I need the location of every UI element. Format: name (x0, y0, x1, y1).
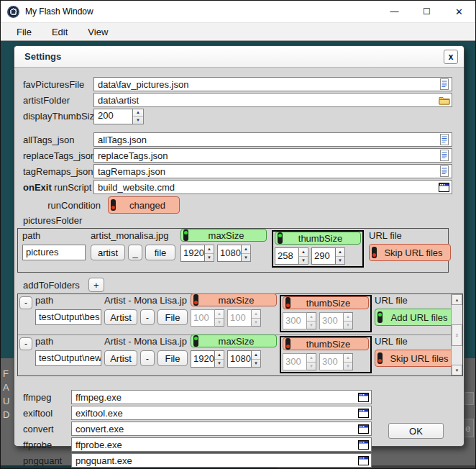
spin-down-icon[interactable]: ▼ (336, 257, 344, 265)
favPicturesFile-input[interactable]: data\fav_pictures.json (93, 77, 452, 91)
artist-button[interactable]: Artist (104, 309, 137, 325)
spin-down-icon[interactable]: ▼ (215, 360, 224, 368)
path-input[interactable]: testOutput\new (35, 350, 101, 366)
spin-up-icon: ▲ (215, 310, 224, 319)
scroll-up-icon[interactable]: ▲ (452, 294, 462, 305)
menu-edit[interactable]: Edit (42, 27, 78, 37)
remove-folder-button[interactable]: - (19, 296, 32, 309)
spin-down-icon[interactable]: ▼ (252, 360, 260, 368)
maxSize-width-spinner[interactable]: 1920 ▲▼ (191, 350, 224, 368)
document-icon[interactable] (438, 165, 450, 177)
indicator-pill (377, 311, 383, 323)
scroll-track[interactable]: ≡ (452, 305, 462, 365)
add-folder-button[interactable]: + (88, 278, 104, 292)
app-icon (7, 6, 19, 18)
document-icon[interactable] (438, 150, 450, 161)
menu-file[interactable]: File (6, 27, 42, 37)
window-icon[interactable] (357, 423, 370, 434)
field-label-exiftool: exiftool (23, 408, 71, 419)
menu-bar: File Edit View (1, 22, 475, 41)
allTags_json-input[interactable]: allTags.json (93, 132, 452, 147)
skip-url-files-button[interactable]: Skip URL files (369, 244, 451, 261)
spin-down-icon[interactable]: ▼ (133, 117, 143, 124)
background-partial-label: A (3, 382, 9, 393)
spin-up-icon[interactable]: ▲ (215, 351, 224, 360)
maximize-icon[interactable]: ☐ (411, 1, 443, 22)
artistFolder-input[interactable]: data\artist (93, 93, 452, 107)
thumbSize-toggle[interactable]: thumbSize (283, 337, 369, 350)
spin-up-icon: ▲ (252, 310, 260, 319)
underscore-button[interactable]: _ (128, 245, 142, 260)
thumbSize-toggle[interactable]: thumbSize (275, 232, 361, 245)
dash-button[interactable]: - (140, 350, 155, 366)
list-scrollbar[interactable]: ▲ ≡ ▼ (451, 294, 462, 375)
pngquant-input[interactable]: pngquant.exe (71, 453, 372, 468)
close-icon[interactable]: ✕ (443, 1, 475, 22)
thumbSize-height-spinner[interactable]: 290 ▲▼ (311, 247, 345, 265)
field-label-pngquant: pngquant (23, 455, 71, 466)
ffprobe-input[interactable]: ffprobe.exe (71, 437, 372, 452)
window-icon[interactable] (438, 181, 450, 193)
artist-button[interactable]: artist (91, 245, 125, 260)
exiftool-input[interactable]: exiftool.exe (71, 406, 372, 420)
spin-down-icon[interactable]: ▼ (299, 257, 308, 265)
dash-button[interactable]: - (140, 309, 155, 325)
ffmpeg-input[interactable]: ffmpeg.exe (71, 390, 372, 404)
window-icon[interactable] (357, 391, 370, 403)
spin-down-icon[interactable]: ▼ (205, 254, 214, 262)
dialog-header[interactable]: Settings x (14, 46, 464, 68)
folder-row: - path testOutput\bes Artist - Mona Lisa… (18, 294, 451, 334)
runCondition-toggle-button[interactable]: changed (108, 196, 180, 214)
ok-button[interactable]: OK (388, 423, 444, 439)
thumbSize-width-spinner[interactable]: 258 ▲▼ (275, 247, 308, 265)
window-icon[interactable] (357, 455, 370, 466)
window-icon[interactable] (357, 439, 370, 450)
spin-up-icon[interactable]: ▲ (242, 245, 250, 254)
convert-input[interactable]: convert.exe (71, 422, 372, 436)
field-label-tagRemaps_json: tagRemaps_json (23, 166, 93, 177)
indicator-pill (111, 199, 116, 211)
file-button[interactable]: File (157, 309, 188, 325)
replaceTags_json-input[interactable]: replaceTags.json (93, 148, 452, 163)
spin-up-icon[interactable]: ▲ (299, 248, 308, 257)
maxSize-group: maxSize 1920 ▲▼ 1080 ▲▼ (191, 336, 277, 368)
window-icon[interactable] (357, 407, 370, 419)
artist-button[interactable]: Artist (104, 350, 137, 366)
runScript-input[interactable]: build_website.cmd (93, 180, 452, 194)
minimize-icon[interactable]: — (378, 1, 411, 22)
scroll-down-icon[interactable]: ▼ (452, 365, 462, 375)
file-button[interactable]: file (145, 245, 175, 260)
menu-view[interactable]: View (78, 27, 118, 37)
maxSize-height-spinner[interactable]: 1080 ▲▼ (217, 245, 251, 262)
scroll-thumb[interactable]: ≡ (452, 324, 462, 346)
document-icon[interactable] (438, 78, 450, 90)
thumbSize-toggle[interactable]: thumbSize (283, 296, 369, 309)
path-label: path (35, 295, 101, 306)
folder-row: - path testOutput\new Artist - Mona Lisa… (18, 334, 451, 375)
maxSize-width-spinner[interactable]: 1920 ▲▼ (180, 245, 214, 262)
document-icon[interactable] (438, 134, 450, 145)
file-button[interactable]: File (157, 350, 188, 366)
thumbSize-width-spinner: 300 ▲▼ (283, 353, 316, 370)
folder-icon[interactable] (438, 94, 450, 106)
spin-up-icon[interactable]: ▲ (205, 245, 214, 254)
remove-folder-button[interactable]: - (19, 337, 32, 350)
spin-up-icon[interactable]: ▲ (252, 351, 260, 360)
add-url-files-button[interactable]: Add URL files (375, 309, 457, 326)
maxSize-height-spinner[interactable]: 1080 ▲▼ (227, 350, 261, 368)
dialog-close-button[interactable]: x (444, 50, 458, 64)
spin-up-icon[interactable]: ▲ (336, 248, 344, 257)
path-input[interactable]: testOutput\bes (35, 309, 101, 325)
maxSize-toggle[interactable]: maxSize (191, 334, 277, 347)
skip-url-files-button[interactable]: Skip URL files (375, 350, 457, 367)
path-input[interactable]: pictures (22, 245, 86, 260)
spin-up-icon[interactable]: ▲ (133, 109, 143, 117)
displayThumbSize-spinner[interactable]: 200 ▲ ▼ (93, 109, 144, 124)
maxSize-group: maxSize 100 ▲▼ 100 ▲▼ (191, 295, 277, 327)
field-label-runCondition: runCondition (23, 200, 108, 211)
spin-down-icon[interactable]: ▼ (242, 254, 250, 262)
maxSize-toggle[interactable]: maxSize (180, 229, 267, 242)
tagRemaps_json-input[interactable]: tagRemaps.json (93, 164, 452, 178)
spin-down-icon: ▼ (307, 322, 316, 329)
maxSize-toggle[interactable]: maxSize (191, 293, 277, 306)
